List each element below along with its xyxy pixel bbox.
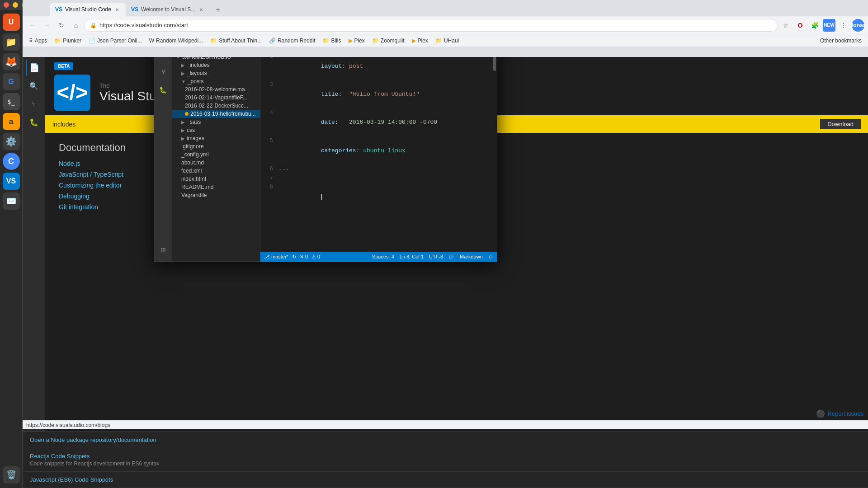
file-vagrantfile-label: Vagrantfile xyxy=(181,192,207,198)
mail-icon[interactable]: ✉️ xyxy=(3,192,20,210)
bookmark-btn[interactable]: ☆ xyxy=(779,19,792,32)
bookmark-json-parser[interactable]: 📄 Json Parser Onli... xyxy=(86,37,145,45)
file-feed-xml[interactable]: feed.xml xyxy=(172,167,260,175)
plex-icon-1: ▶ xyxy=(349,38,353,44)
refresh-button[interactable]: ↻ xyxy=(55,19,68,32)
post-file-4-active[interactable]: 2016-03-19-hellofromubu... xyxy=(172,110,260,118)
branch-icon: ⎇ xyxy=(264,254,270,260)
bookmark-bills[interactable]: 📁 Bills xyxy=(320,37,344,45)
suggestion-item-3[interactable]: Javascript (ES6) Code Snippets xyxy=(23,472,868,488)
git-activity-icon[interactable]: ⑂ xyxy=(26,96,42,112)
encoding-status[interactable]: UTF-8 xyxy=(429,254,443,259)
new-extension-btn[interactable]: NEW xyxy=(823,19,835,32)
browser-icon[interactable]: G xyxy=(3,73,20,90)
other-bookmarks[interactable]: Other bookmarks xyxy=(817,37,864,45)
bookmark-plex-1[interactable]: ▶ Plex xyxy=(346,37,368,45)
bookmark-reddit-label: Random Reddit xyxy=(278,38,315,44)
code-line-3: 3 title: "Hello from Ubuntu!" xyxy=(260,80,497,108)
bookmark-apps[interactable]: ⠿ Apps xyxy=(26,37,50,45)
file-index-html[interactable]: index.html xyxy=(172,175,260,183)
folder-layouts[interactable]: ▶ _layouts xyxy=(172,69,260,77)
bookmark-zoomquilt[interactable]: 📁 Zoomquilt xyxy=(369,37,407,45)
line-num-7: 7 xyxy=(262,174,278,183)
bottom-suggestions-panel: Open a Node package repository/documenta… xyxy=(23,432,868,488)
bookmark-reddit[interactable]: 🔗 Random Reddit xyxy=(266,37,318,45)
stuff-icon: 📁 xyxy=(210,38,217,44)
tab-vscode[interactable]: VS Visual Studio Code ✕ xyxy=(50,3,126,16)
opera-icon[interactable]: O xyxy=(794,19,807,32)
line-content-7 xyxy=(278,174,495,183)
file-gitignore[interactable]: .gitignore xyxy=(172,142,260,150)
suggestion-item-1[interactable]: Open a Node package repository/documenta… xyxy=(23,432,868,448)
menu-btn[interactable]: ⋮ xyxy=(837,19,850,32)
minimize-dot[interactable] xyxy=(13,2,18,8)
home-button[interactable]: ⌂ xyxy=(70,19,82,32)
settings-icon[interactable]: ⚙️ xyxy=(3,133,20,150)
svg-text:</>: </> xyxy=(57,80,88,104)
branch-status[interactable]: ⎇ master* xyxy=(264,254,288,260)
editor-scrollbar[interactable] xyxy=(492,39,497,252)
search-activity-icon[interactable]: 🔍 xyxy=(26,78,42,94)
tab-close-btn-2[interactable]: ✕ xyxy=(198,6,204,13)
bookmark-plunker[interactable]: 📁 Plunker xyxy=(52,37,84,45)
bookmark-plex-2[interactable]: ▶ Plex xyxy=(409,37,431,45)
amazon-icon[interactable]: a xyxy=(3,113,20,130)
line-ending-status[interactable]: LF xyxy=(448,254,454,259)
file-config-yml[interactable]: _config.yml xyxy=(172,150,260,159)
popup-debug-icon[interactable]: 🐛 xyxy=(155,82,171,98)
download-button[interactable]: Download xyxy=(820,119,861,129)
popup-extensions-icon[interactable]: ⊞ xyxy=(155,242,171,258)
ubuntu-icon[interactable]: U xyxy=(3,14,20,31)
file-readme-md[interactable]: README.md xyxy=(172,183,260,191)
address-bar[interactable]: 🔒 https://code.visualstudio.com/start xyxy=(84,19,778,32)
sync-status[interactable]: ↻ xyxy=(292,254,296,260)
bookmark-uhaul[interactable]: 📁 UHaul xyxy=(433,37,462,45)
bookmark-stuff[interactable]: 📁 Stuff About Thin... xyxy=(208,37,264,45)
close-dot[interactable] xyxy=(4,2,9,8)
bookmark-json-label: Json Parser Onli... xyxy=(97,38,142,44)
file-gitignore-label: .gitignore xyxy=(181,143,203,150)
line-col-status[interactable]: Ln 8, Col 1 xyxy=(400,254,424,259)
trash-icon[interactable]: 🗑️ xyxy=(3,466,20,483)
warnings-status[interactable]: ⚠ 0 xyxy=(311,254,320,260)
bookmark-wikipedia[interactable]: W Random Wikipedi... xyxy=(146,37,206,45)
spaces-status[interactable]: Spaces: 4 xyxy=(372,254,394,259)
new-tab-button[interactable]: + xyxy=(212,4,224,16)
line-num-4: 4 xyxy=(262,109,278,137)
profile-button[interactable]: Jonas xyxy=(852,19,864,32)
post-file-3[interactable]: 2016-02-22-DockerSucc... xyxy=(172,102,260,110)
folder-css-label: css xyxy=(187,127,195,133)
folder-css[interactable]: ▶ css xyxy=(172,126,260,134)
folder-posts[interactable]: ▼ _posts xyxy=(172,77,260,85)
folder-images[interactable]: ▶ images xyxy=(172,134,260,142)
debug-activity-icon[interactable]: 🐛 xyxy=(26,114,42,130)
json-parser-icon: 📄 xyxy=(89,38,95,44)
tab-welcome[interactable]: VS Welcome to Visual S... ✕ xyxy=(126,3,210,16)
popup-git-icon[interactable]: ⑂ xyxy=(155,64,171,80)
file-about-md[interactable]: about.md xyxy=(172,159,260,167)
chrome-icon[interactable]: C xyxy=(3,153,20,170)
back-button[interactable]: ← xyxy=(26,19,39,32)
vscode-dock-icon[interactable]: VS xyxy=(3,173,20,190)
suggestion-item-2[interactable]: Reactjs Code Snippets Code snippets for … xyxy=(23,448,868,472)
post-file-1[interactable]: 2016-02-08-welcome.ma... xyxy=(172,85,260,94)
folder-includes[interactable]: ▶ _includes xyxy=(172,61,260,69)
terminal-icon[interactable]: $_ xyxy=(3,93,20,110)
code-editor[interactable]: 1 --- 2 layout: post 3 title: "Hello fro… xyxy=(260,39,497,252)
language-status[interactable]: Markdown xyxy=(460,254,483,259)
errors-status[interactable]: ✕ 0 xyxy=(300,254,308,260)
folder-sass[interactable]: ▶ _sass xyxy=(172,118,260,126)
explorer-activity-icon[interactable]: 📄 xyxy=(26,60,42,76)
extensions-btn[interactable]: 🧩 xyxy=(808,19,821,32)
feedback-icon[interactable]: ☺ xyxy=(488,254,493,259)
firefox-icon[interactable]: 🦊 xyxy=(3,53,20,70)
files-icon[interactable]: 📁 xyxy=(3,33,20,51)
post-file-2[interactable]: 2016-02-14-VagrantfileF... xyxy=(172,94,260,102)
tab-close-btn[interactable]: ✕ xyxy=(114,6,120,13)
status-url-bar: https://code.visualstudio.com/blogs xyxy=(23,420,868,429)
report-issues-link[interactable]: Report issues xyxy=(828,410,863,417)
file-vagrantfile[interactable]: Vagrantfile xyxy=(172,191,260,199)
plunker-icon: 📁 xyxy=(54,38,61,44)
forward-button[interactable]: → xyxy=(41,19,53,32)
line-num-8: 8 xyxy=(262,183,278,211)
